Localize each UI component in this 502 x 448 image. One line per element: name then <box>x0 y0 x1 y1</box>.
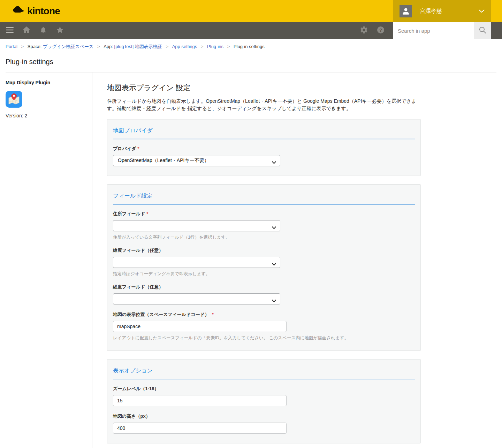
star-icon <box>56 26 64 36</box>
field-label: 住所フィールド* <box>113 211 415 217</box>
section-map-provider: 地図プロバイダ プロバイダ* OpenStreetMap（Leaflet・API… <box>107 119 421 176</box>
help-icon: ? <box>376 26 385 36</box>
plugin-version: Version: 2 <box>6 113 92 118</box>
breadcrumb-current: Plug-in settings <box>234 44 265 49</box>
select-value: OpenStreetMap（Leaflet・APIキー不要） <box>118 157 209 164</box>
plugin-name: Map Display Plugin <box>6 80 92 85</box>
page-title: Plug-in settings <box>6 57 496 66</box>
breadcrumb-separator: > <box>166 44 168 49</box>
breadcrumb-app-link[interactable]: [plugTest] 地図表示検証 <box>114 44 162 49</box>
field-label: 緯度フィールド（任意） <box>113 247 415 254</box>
gear-icon <box>360 26 368 36</box>
user-avatar-icon <box>400 5 412 17</box>
zoom-level-field: ズームレベル（1-18） <box>113 386 415 406</box>
top-header: kintone 宮澤孝慈 <box>0 0 502 22</box>
breadcrumb-app-settings-link[interactable]: App settings <box>172 44 197 49</box>
chevron-down-icon <box>272 298 276 303</box>
map-space-field: 地図の表示位置（スペースフィールドコード） * レイアウトに配置したスペースフィ… <box>113 311 415 341</box>
user-menu[interactable]: 宮澤孝慈 <box>393 0 491 22</box>
chevron-down-icon <box>272 160 276 165</box>
zoom-level-input[interactable] <box>113 395 287 406</box>
settings-description: 住所フィールドから地図を自動表示します。OpenStreetMap（Leafle… <box>107 98 419 112</box>
section-field-settings: フィールド設定 住所フィールド* 住所が入っている文字列フィールド（1行）を選択… <box>107 184 421 351</box>
breadcrumb-space-link[interactable]: プラグイン検証スペース <box>43 44 93 49</box>
field-label: ズームレベル（1-18） <box>113 386 415 392</box>
address-field: 住所フィールド* 住所が入っている文字列フィールド（1行）を選択します。 <box>113 211 415 240</box>
field-label: 経度フィールド（任意） <box>113 284 415 290</box>
provider-field: プロバイダ* OpenStreetMap（Leaflet・APIキー不要） <box>113 146 415 166</box>
search-button[interactable] <box>474 22 491 39</box>
chevron-down-icon <box>272 225 276 230</box>
map-height-input[interactable] <box>113 423 287 434</box>
section-title: 地図プロバイダ <box>113 125 415 139</box>
latitude-field-select[interactable] <box>113 257 280 268</box>
breadcrumb-plugins-link[interactable]: Plug-ins <box>207 44 223 49</box>
kintone-logo-text: kintone <box>27 6 60 16</box>
section-title: フィールド設定 <box>113 190 415 204</box>
chevron-down-icon <box>479 8 485 14</box>
menu-button[interactable] <box>1 22 18 39</box>
kintone-cloud-icon <box>13 5 25 17</box>
favorites-button[interactable] <box>52 22 68 39</box>
home-button[interactable] <box>18 22 35 39</box>
hamburger-icon <box>5 26 14 35</box>
help-button[interactable]: ? <box>372 22 389 39</box>
content-area: Map Display Plugin Version: 2 地図表示プラグイン … <box>0 72 502 448</box>
bell-icon <box>39 26 47 36</box>
map-space-input[interactable] <box>113 321 287 332</box>
breadcrumb-separator: > <box>97 44 100 49</box>
field-help: 住所が入っている文字列フィールド（1行）を選択します。 <box>113 234 415 240</box>
breadcrumb-space-prefix: Space: <box>28 44 41 49</box>
search-icon <box>479 26 487 35</box>
longitude-field-select[interactable] <box>113 293 280 304</box>
home-icon <box>22 26 31 36</box>
settings-main: 地図表示プラグイン 設定 住所フィールドから地図を自動表示します。OpenStr… <box>92 72 421 448</box>
field-help: レイアウトに配置したスペースフィールドの「要素ID」を入力してください。 このス… <box>113 335 415 341</box>
section-display-options: 表示オプション ズームレベル（1-18） 地図の高さ（px） <box>107 359 421 443</box>
provider-select[interactable]: OpenStreetMap（Leaflet・APIキー不要） <box>113 155 280 166</box>
latitude-field: 緯度フィールド（任意） 指定時はジオコーディング不要で即表示します。 <box>113 247 415 277</box>
breadcrumb: Portal > Space: プラグイン検証スペース > App: [plug… <box>6 44 496 50</box>
svg-text:?: ? <box>379 28 382 33</box>
field-label: 地図の高さ（px） <box>113 413 415 419</box>
app-search <box>393 22 491 39</box>
required-marker: * <box>212 312 214 317</box>
search-input[interactable] <box>393 22 474 39</box>
notifications-button[interactable] <box>35 22 52 39</box>
settings-heading: 地図表示プラグイン 設定 <box>107 83 421 93</box>
global-navbar: ? <box>0 22 502 39</box>
longitude-field: 経度フィールド（任意） <box>113 284 415 304</box>
navbar-right: ? <box>356 22 491 39</box>
section-title: 表示オプション <box>113 365 415 379</box>
breadcrumb-separator: > <box>227 44 230 49</box>
breadcrumb-separator: > <box>21 44 24 49</box>
breadcrumb-portal-link[interactable]: Portal <box>6 44 17 49</box>
field-label: 地図の表示位置（スペースフィールドコード） * <box>113 311 415 318</box>
address-field-select[interactable] <box>113 220 280 231</box>
kintone-logo[interactable]: kintone <box>13 5 60 17</box>
plugin-sidebar: Map Display Plugin Version: 2 <box>0 72 92 448</box>
breadcrumb-separator: > <box>201 44 204 49</box>
user-name: 宮澤孝慈 <box>420 8 479 15</box>
required-marker: * <box>146 211 148 216</box>
map-height-field: 地図の高さ（px） <box>113 413 415 434</box>
settings-button[interactable] <box>356 22 372 39</box>
required-marker: * <box>138 146 139 151</box>
breadcrumb-app-prefix: App: <box>104 44 113 49</box>
field-help: 指定時はジオコーディング不要で即表示します。 <box>113 271 415 277</box>
navbar-left-icons <box>1 22 68 39</box>
field-label: プロバイダ* <box>113 146 415 152</box>
chevron-down-icon <box>272 261 276 267</box>
plugin-icon <box>6 91 22 108</box>
